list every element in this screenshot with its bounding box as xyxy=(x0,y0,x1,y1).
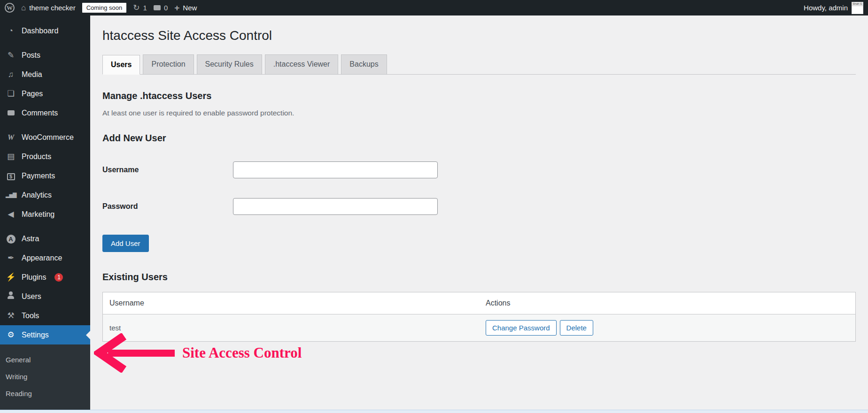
existing-users-heading: Existing Users xyxy=(102,272,856,283)
sidebar-item-dashboard[interactable]: ◔ Dashboard xyxy=(0,21,90,40)
manage-users-description: At least one user is required to enable … xyxy=(102,109,856,117)
username-label: Username xyxy=(102,166,233,174)
admin-sidebar: ◔ Dashboard ✎ Posts ♫ Media ❏ Pages Comm… xyxy=(0,15,90,413)
comment-icon xyxy=(6,108,16,118)
site-name-menu[interactable]: ⌂ theme checker xyxy=(21,4,76,12)
tab-bar: Users Protection Security Rules .htacces… xyxy=(102,54,856,75)
megaphone-icon: ◀ xyxy=(6,209,16,219)
sidebar-item-media[interactable]: ♫ Media xyxy=(0,65,90,84)
avatar[interactable]: Shah G xyxy=(852,2,863,14)
site-name: theme checker xyxy=(29,4,75,12)
sidebar-item-settings[interactable]: ⚙ Settings xyxy=(0,325,90,344)
manage-users-heading: Manage .htaccess Users xyxy=(102,91,856,101)
submenu-item-general[interactable]: General xyxy=(6,351,90,368)
sidebar-item-marketing[interactable]: ◀ Marketing xyxy=(0,205,90,224)
existing-users-table: Username Actions test Change Password De… xyxy=(102,292,856,342)
pin-icon: ✎ xyxy=(6,50,16,60)
change-password-button[interactable]: Change Password xyxy=(486,320,557,336)
comments-count: 0 xyxy=(164,4,168,12)
table-row: test Change Password Delete xyxy=(103,314,856,342)
payments-icon: $ xyxy=(6,171,16,181)
analytics-icon: ▂▅▇ xyxy=(6,192,16,198)
wordpress-logo-icon[interactable]: W xyxy=(5,3,15,13)
sidebar-item-products[interactable]: ▤ Products xyxy=(0,147,90,166)
main-content: htaccess Site Access Control Users Prote… xyxy=(90,15,868,413)
updates-icon: ↻ xyxy=(133,4,140,12)
tab-users[interactable]: Users xyxy=(102,55,140,75)
window-bottom-edge xyxy=(0,410,868,413)
media-icon: ♫ xyxy=(6,70,16,79)
settings-submenu: General Writing Reading xyxy=(0,344,90,413)
username-cell: test xyxy=(103,314,480,342)
comments-menu[interactable]: 0 xyxy=(154,4,168,12)
submenu-item-reading[interactable]: Reading xyxy=(6,385,90,402)
tab-htaccess-viewer[interactable]: .htaccess Viewer xyxy=(265,54,339,74)
products-icon: ▤ xyxy=(6,152,16,161)
sidebar-item-astra[interactable]: A Astra xyxy=(0,229,90,248)
tools-icon: ⚒ xyxy=(6,311,16,321)
add-user-form: Username Password Add User xyxy=(102,161,856,252)
howdy-account-menu[interactable]: Howdy, admin xyxy=(804,4,848,12)
settings-icon: ⚙ xyxy=(6,330,16,340)
tab-security-rules[interactable]: Security Rules xyxy=(197,54,262,74)
column-header-username: Username xyxy=(103,292,480,314)
sidebar-item-users[interactable]: Users xyxy=(0,287,90,306)
dashboard-icon: ◔ xyxy=(6,26,16,36)
users-icon xyxy=(6,291,16,301)
plugins-icon: ⚡ xyxy=(6,272,16,282)
appearance-icon: ✒ xyxy=(6,253,16,263)
home-icon: ⌂ xyxy=(21,4,26,12)
sidebar-item-payments[interactable]: $ Payments xyxy=(0,166,90,185)
column-header-actions: Actions xyxy=(479,292,856,314)
coming-soon-badge[interactable]: Coming soon xyxy=(82,3,127,13)
password-field[interactable] xyxy=(233,198,438,215)
updates-menu[interactable]: ↻ 1 xyxy=(133,4,147,12)
sidebar-item-woocommerce[interactable]: W WooCommerce xyxy=(0,128,90,147)
plugins-update-badge: 1 xyxy=(54,273,63,282)
astra-icon: A xyxy=(6,234,16,244)
sidebar-item-plugins[interactable]: ⚡ Plugins 1 xyxy=(0,268,90,287)
sidebar-item-analytics[interactable]: ▂▅▇ Analytics xyxy=(0,185,90,205)
delete-button[interactable]: Delete xyxy=(560,320,593,336)
sidebar-item-pages[interactable]: ❏ Pages xyxy=(0,84,90,103)
new-content-menu[interactable]: + New xyxy=(174,3,197,12)
plus-icon: + xyxy=(174,3,179,12)
page-title: htaccess Site Access Control xyxy=(102,28,856,43)
woocommerce-icon: W xyxy=(6,133,16,142)
updates-count: 1 xyxy=(143,4,147,12)
sidebar-item-appearance[interactable]: ✒ Appearance xyxy=(0,248,90,268)
add-new-user-heading: Add New User xyxy=(102,133,856,144)
submenu-item-writing[interactable]: Writing xyxy=(6,368,90,385)
tab-backups[interactable]: Backups xyxy=(341,54,387,74)
password-label: Password xyxy=(102,202,233,211)
add-user-button[interactable]: Add User xyxy=(102,235,149,252)
sidebar-item-posts[interactable]: ✎ Posts xyxy=(0,46,90,65)
admin-bar: W ⌂ theme checker Coming soon ↻ 1 0 + Ne… xyxy=(0,0,868,15)
tab-protection[interactable]: Protection xyxy=(143,54,194,74)
comments-bubble-icon xyxy=(154,5,161,10)
pages-icon: ❏ xyxy=(6,89,16,99)
sidebar-item-comments[interactable]: Comments xyxy=(0,103,90,122)
new-label: New xyxy=(183,4,197,12)
sidebar-item-tools[interactable]: ⚒ Tools xyxy=(0,306,90,325)
username-field[interactable] xyxy=(233,161,438,178)
